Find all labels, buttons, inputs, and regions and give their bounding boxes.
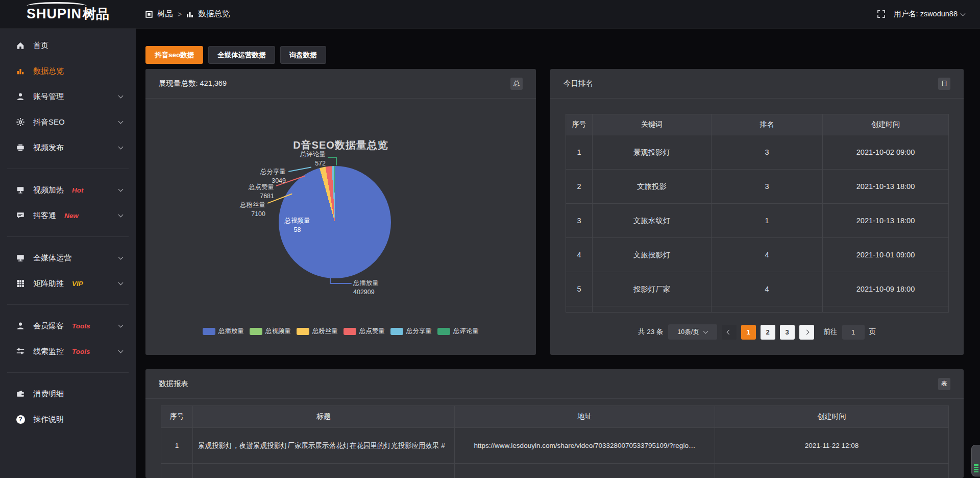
sidebar-item-consumption[interactable]: 消费明细 — [0, 381, 136, 407]
table-row[interactable]: 2 文旅投影 3 2021-10-13 18:00 — [566, 170, 949, 204]
column-header: 创建时间 — [823, 114, 949, 135]
floating-widget[interactable] — [971, 445, 980, 476]
sidebar-item-home[interactable]: 首页 — [0, 33, 136, 58]
cell-index: 3 — [566, 204, 593, 238]
cell-rank: 3 — [712, 135, 823, 170]
page-size-value: 10条/页 — [677, 328, 699, 337]
sidebar-item-label: 首页 — [33, 41, 48, 51]
cell-index: 4 — [566, 238, 593, 272]
cell-keyword: 投影灯厂家 — [593, 272, 712, 306]
sidebar-item-lead-monitor[interactable]: 线索监控 Tools — [0, 339, 136, 364]
fullscreen-icon[interactable] — [877, 10, 886, 18]
ranking-table: 序号 关键词 排名 创建时间 1 景观投影灯 3 2021-10-02 09:0… — [566, 114, 949, 313]
sidebar-item-video-heat[interactable]: 视频加热 Hot — [0, 177, 136, 203]
legend-item-videos[interactable]: 总视频量 — [250, 327, 291, 336]
cell-video-link[interactable]: https://www.iesdouyin.com/share/video/70… — [455, 428, 715, 464]
legend-item-likes[interactable]: 总点赞量 — [344, 327, 385, 336]
data-tabs: 抖音seo数据 全媒体运营数据 询盘数据 — [145, 46, 326, 64]
sidebar-item-media-operation[interactable]: 全媒体运营 — [0, 245, 136, 271]
chevron-down-icon — [118, 145, 124, 150]
sidebar-item-member-baoke[interactable]: 会员爆客 Tools — [0, 313, 136, 339]
pie-label-fans: 总粉丝量7100 — [217, 200, 265, 219]
pagination-total: 共 23 条 — [638, 327, 664, 337]
cell-rank: 1 — [712, 204, 823, 238]
table-row[interactable]: 1 景观投影灯，夜游景观投影灯厂家展示展示落花灯在花园里的灯光投影应用效果 # … — [161, 428, 949, 464]
sidebar-item-account[interactable]: 账号管理 — [0, 84, 136, 109]
legend-swatch — [297, 328, 309, 335]
ranking-panel-title: 今日排名 — [564, 79, 593, 88]
sidebar-item-instructions[interactable]: ? 操作说明 — [0, 407, 136, 432]
tab-inquiry-data[interactable]: 询盘数据 — [280, 46, 326, 64]
sidebar-divider — [7, 236, 129, 237]
goto-page-input[interactable]: 1 — [842, 325, 865, 340]
legend-item-fans[interactable]: 总粉丝量 — [297, 327, 338, 336]
legend-item-shares[interactable]: 总分享量 — [390, 327, 432, 336]
prev-page-button[interactable] — [722, 325, 737, 340]
sidebar-item-douketong[interactable]: 抖客通 New — [0, 203, 136, 228]
cell-keyword: 文旅水纹灯 — [593, 204, 712, 238]
breadcrumb: 树品 > 数据总览 — [145, 9, 230, 19]
breadcrumb-current[interactable]: 数据总览 — [198, 9, 230, 19]
stripe-icon — [974, 467, 978, 468]
goto-label: 前往 — [824, 327, 838, 337]
page-button-3[interactable]: 3 — [780, 325, 795, 340]
column-header: 创建时间 — [715, 406, 949, 428]
cell-created: 2021-10-13 18:00 — [823, 170, 949, 204]
sidebar-item-label: 线索监控 — [33, 347, 64, 356]
tools-badge: Tools — [72, 322, 90, 330]
tab-douyin-seo-data[interactable]: 抖音seo数据 — [145, 46, 203, 64]
sidebar-item-data-overview[interactable]: 数据总览 — [0, 58, 136, 84]
cell-keyword: 景观投影灯 — [593, 135, 712, 170]
cell-keyword: 文旅投影 — [593, 170, 712, 204]
gear-icon — [15, 117, 26, 127]
table-row[interactable]: 3 文旅水纹灯 1 2021-10-13 18:00 — [566, 204, 949, 238]
cell-rank: 4 — [712, 238, 823, 272]
legend-item-comments[interactable]: 总评论量 — [437, 327, 479, 336]
tab-media-operation-data[interactable]: 全媒体运营数据 — [208, 46, 275, 64]
total-badge[interactable]: 总 — [510, 78, 523, 90]
report-panel: 数据报表 表 序号 标题 地址 创建时间 1 景观投影灯，夜游景观投影灯厂家展示… — [145, 369, 964, 478]
page-button-1[interactable]: 1 — [741, 325, 756, 340]
sliders-icon — [15, 347, 26, 356]
report-table: 序号 标题 地址 创建时间 1 景观投影灯，夜游景观投影灯厂家展示展示落花灯在花… — [161, 405, 949, 478]
legend-item-plays[interactable]: 总播放量 — [203, 327, 244, 336]
overview-panel: 展现量总数: 421,369 总 D音SEO数据量总览 总评论量572 总分享量… — [145, 69, 536, 355]
stripe-icon — [974, 469, 978, 470]
sidebar-item-label: 矩阵助推 — [33, 279, 64, 289]
table-row[interactable]: 1 景观投影灯 3 2021-10-02 09:00 — [566, 135, 949, 170]
chevron-down-icon — [118, 212, 124, 218]
app-logo: SHUPIN 树品 — [0, 0, 136, 28]
leader-line-comments — [336, 157, 337, 165]
cell-created: 2021-10-09 18:00 — [823, 272, 949, 306]
cell-rank: 3 — [712, 170, 823, 204]
column-header: 地址 — [455, 406, 715, 428]
goto-suffix: 页 — [869, 327, 876, 337]
sidebar-item-douyin-seo[interactable]: 抖音SEO — [0, 109, 136, 135]
day-badge[interactable]: 日 — [938, 78, 950, 90]
breadcrumb-separator: > — [178, 10, 182, 18]
pie-label-plays: 总播放量402909 — [353, 278, 420, 297]
chevron-down-icon — [118, 255, 124, 260]
username-label: 用户名: zswodun88 — [894, 9, 958, 19]
chart-legend: 总播放量 总视频量 总粉丝量 总点赞量 总分享量 总评论量 — [145, 327, 536, 336]
table-badge[interactable]: 表 — [938, 378, 950, 390]
page-button-2[interactable]: 2 — [761, 325, 775, 340]
impressions-total-label: 展现量总数: 421,369 — [159, 79, 227, 88]
hot-badge: Hot — [72, 186, 84, 194]
sidebar-item-label: 视频加热 — [33, 185, 64, 195]
next-page-button[interactable] — [799, 325, 814, 340]
vip-badge: VIP — [72, 280, 83, 288]
logo-text-cn: 树品 — [83, 5, 109, 23]
sidebar-item-video-publish[interactable]: 视频发布 — [0, 135, 136, 160]
chevron-down-icon — [118, 93, 124, 99]
leader-line-plays — [330, 283, 352, 284]
table-row[interactable]: 5 投影灯厂家 4 2021-10-09 18:00 — [566, 272, 949, 306]
sidebar-item-matrix-boost[interactable]: 矩阵助推 VIP — [0, 271, 136, 296]
user-menu[interactable]: 用户名: zswodun88 — [894, 9, 965, 19]
table-row[interactable]: 4 文旅投影灯 4 2021-10-01 09:00 — [566, 238, 949, 272]
breadcrumb-root[interactable]: 树品 — [157, 9, 173, 19]
page-size-select[interactable]: 10条/页 — [668, 324, 717, 340]
member-icon — [15, 321, 26, 330]
sidebar-item-label: 操作说明 — [33, 415, 64, 424]
legend-swatch — [250, 328, 262, 335]
